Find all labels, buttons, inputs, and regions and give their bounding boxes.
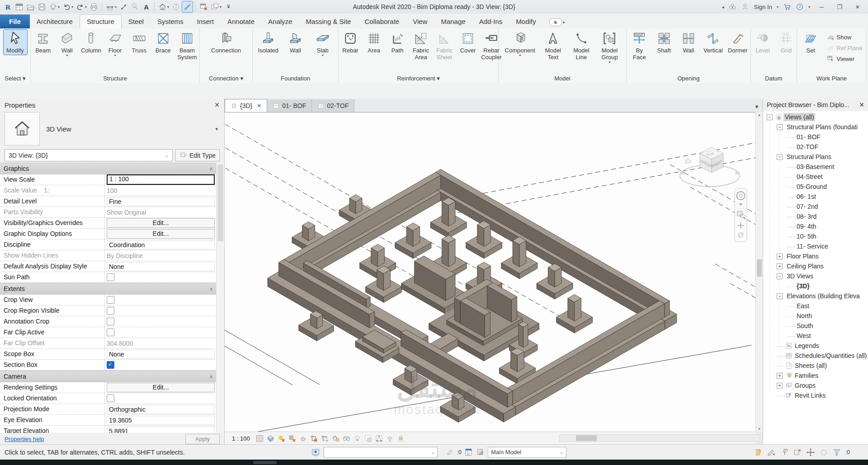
expand-toggle[interactable]: − bbox=[777, 273, 783, 279]
section-header-extents[interactable]: Extents∧ bbox=[0, 283, 217, 295]
project-browser-close-icon[interactable]: ✕ bbox=[859, 101, 864, 108]
qat-rlogo-button[interactable]: R bbox=[3, 1, 13, 12]
apply-button[interactable]: Apply bbox=[185, 434, 220, 444]
tab-massing-site[interactable]: Massing & Site bbox=[299, 15, 358, 28]
tree-item-groups[interactable]: +Groups bbox=[763, 380, 868, 390]
worksharing-display-icon[interactable] bbox=[311, 448, 320, 457]
ribbon-button-model-group[interactable]: ModelGroup▾ bbox=[598, 30, 621, 65]
tree-item-3d-views[interactable]: −3D Views bbox=[763, 271, 868, 281]
exclude-options-icon[interactable] bbox=[754, 448, 763, 457]
visual-style-icon[interactable] bbox=[266, 434, 275, 443]
qat-folder-button[interactable] bbox=[25, 1, 36, 12]
sign-in-caret-icon[interactable]: ▾ bbox=[777, 5, 778, 9]
ribbon-button-show[interactable]: Show bbox=[825, 33, 864, 42]
panel-label-reinforcement[interactable]: Reinforcement ▾ bbox=[339, 74, 498, 83]
editable-only-icon[interactable] bbox=[445, 448, 454, 457]
tree-item-11-service[interactable]: 11- Service bbox=[763, 241, 868, 251]
app-store-icon[interactable] bbox=[783, 3, 791, 11]
qat-tag1-button[interactable]: 1 bbox=[130, 1, 140, 12]
qat-sync-button[interactable]: ▾ bbox=[48, 1, 61, 12]
crop-region-icon[interactable] bbox=[320, 434, 330, 443]
ribbon-button-set[interactable]: Set bbox=[799, 30, 822, 55]
ribbon-button-level[interactable]: -1Level bbox=[751, 30, 774, 55]
tree-item-09-4th[interactable]: 09- 4th bbox=[763, 221, 868, 231]
type-selector-combobox[interactable]: 3D View: {3D}⌄ bbox=[5, 149, 173, 161]
ribbon-button-model-line[interactable]: ModelLine bbox=[570, 30, 593, 61]
ribbon-button-rebar[interactable]: Rebar bbox=[339, 30, 362, 55]
tree-item-ceiling-plans[interactable]: +Ceiling Plans bbox=[763, 261, 868, 271]
expand-toggle[interactable]: − bbox=[777, 154, 783, 160]
tree-item-08-3rd[interactable]: 08- 3rd bbox=[763, 211, 868, 221]
type-selector-caret-icon[interactable]: ▾ bbox=[215, 126, 220, 132]
properties-help-link[interactable]: Properties help bbox=[5, 436, 44, 442]
tree-item-sheets-all-[interactable]: Sheets (all) bbox=[763, 361, 868, 371]
tree-item-schedules-quantities-all-[interactable]: Schedules/Quantities (all) bbox=[763, 351, 868, 361]
ribbon-button-wall[interactable]: Wall▾ bbox=[55, 30, 79, 58]
sign-in-button[interactable]: Sign In bbox=[754, 4, 772, 10]
qat-dimarrow-button[interactable] bbox=[118, 1, 129, 12]
tree-item-01-bof[interactable]: 01- BOF bbox=[763, 132, 868, 142]
ribbon-button-path[interactable]: Path bbox=[386, 30, 409, 55]
checkbox[interactable] bbox=[107, 273, 114, 281]
expand-toggle[interactable]: + bbox=[777, 373, 783, 379]
design-options-icon[interactable] bbox=[476, 448, 485, 457]
help-caret-icon[interactable]: ▾ bbox=[808, 5, 810, 9]
restore-button[interactable]: ❐ bbox=[833, 4, 846, 10]
tree-item-families[interactable]: +Families bbox=[763, 371, 868, 380]
prop-value-view-scale[interactable]: 1 : 100 bbox=[105, 174, 217, 185]
ribbon-button-brace[interactable]: Brace bbox=[151, 30, 175, 55]
qat-undo-button[interactable]: ▾ bbox=[61, 1, 74, 12]
ribbon-button-truss[interactable]: Truss bbox=[127, 30, 151, 55]
expand-toggle[interactable]: + bbox=[777, 254, 783, 259]
expand-toggle[interactable]: + bbox=[777, 383, 783, 389]
expand-toggle[interactable]: + bbox=[777, 263, 783, 269]
tab-manage[interactable]: Manage bbox=[434, 15, 472, 28]
tree-item-legends[interactable]: Legends bbox=[763, 341, 868, 351]
tab-collaborate[interactable]: Collaborate bbox=[358, 15, 406, 28]
ribbon-button-cover[interactable]: Cover bbox=[456, 30, 480, 55]
workset-combobox[interactable]: ⌄ bbox=[324, 447, 438, 458]
view-canvas[interactable]: TOPFRONTRIGHT مستقل mostaql.com bbox=[225, 112, 756, 432]
tree-item-02-tof[interactable]: 02-TOF bbox=[763, 142, 868, 152]
help-icon[interactable]: ? bbox=[796, 3, 804, 11]
collapse-arrow-icon[interactable]: ◂ bbox=[722, 5, 724, 9]
select-by-face-icon[interactable] bbox=[793, 448, 802, 457]
tab-file[interactable]: File bbox=[0, 14, 30, 28]
ribbon-button-wall[interactable]: Wall bbox=[677, 30, 700, 55]
prop-value-eye-elevation[interactable]: 19.3605 bbox=[105, 415, 217, 425]
select-pinned-icon[interactable] bbox=[780, 448, 789, 457]
tree-item-north[interactable]: North bbox=[763, 311, 868, 321]
close-button[interactable]: ✕ bbox=[851, 4, 864, 10]
ribbon-button-fabric-sheet[interactable]: FabricSheet bbox=[433, 30, 456, 61]
drag-elements-icon[interactable] bbox=[806, 448, 815, 457]
tree-item-revit-links[interactable]: Revit Links bbox=[763, 390, 868, 400]
tab-insert[interactable]: Insert bbox=[190, 15, 221, 28]
ribbon-button-viewer[interactable]: Viewer bbox=[825, 54, 864, 63]
checkbox[interactable] bbox=[107, 329, 114, 336]
ribbon-button-isolated[interactable]: Isolated bbox=[256, 30, 280, 55]
section-header-camera[interactable]: Camera∧ bbox=[0, 371, 217, 382]
link-settings-icon[interactable] bbox=[767, 448, 776, 457]
prop-value-rendering-settings[interactable]: Edit... bbox=[105, 382, 217, 393]
tree-item-floor-plans[interactable]: +Floor Plans bbox=[763, 251, 868, 261]
tab-structure[interactable]: Structure bbox=[80, 14, 122, 28]
prop-value-sun-path[interactable] bbox=[105, 272, 217, 282]
panel-label-connection[interactable]: Connection ▾ bbox=[200, 74, 252, 83]
ribbon-button-modify[interactable]: Modify bbox=[4, 30, 27, 55]
navigation-bar[interactable] bbox=[735, 188, 747, 242]
tree-item-west[interactable]: West bbox=[763, 331, 868, 341]
view-tab-02tof[interactable]: 02-TOF bbox=[312, 99, 354, 112]
shadows-icon[interactable] bbox=[288, 434, 297, 443]
ribbon-button-grid[interactable]: Grid bbox=[774, 30, 798, 55]
ribbon-button-beam[interactable]: Beam bbox=[31, 30, 55, 55]
prop-value-detail-level[interactable]: Fine bbox=[105, 196, 217, 207]
checkbox[interactable] bbox=[107, 395, 114, 402]
tree-item--3d-[interactable]: {3D} bbox=[763, 281, 868, 291]
tree-item-structural-plans[interactable]: −Structural Plans bbox=[763, 152, 868, 162]
qat-texta-button[interactable]: A bbox=[141, 1, 151, 12]
ribbon-button-floor[interactable]: Floor▾ bbox=[104, 30, 127, 58]
crop-view-icon[interactable] bbox=[309, 434, 319, 443]
checkbox[interactable] bbox=[107, 361, 114, 369]
ribbon-button-by-face[interactable]: ByFace bbox=[627, 30, 651, 61]
edit-type-button[interactable]: Edit Type bbox=[175, 149, 220, 161]
